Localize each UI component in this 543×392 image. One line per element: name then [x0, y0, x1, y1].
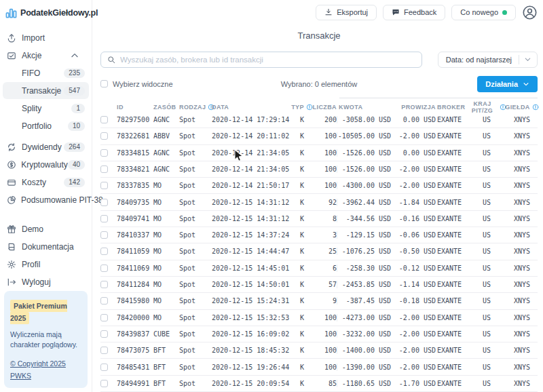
- sidebar-item-dokumentacja[interactable]: Dokumentacja: [3, 238, 89, 255]
- cell-broker: EXANTE: [436, 330, 467, 338]
- table-row[interactable]: 78409735MOSpot2020-12-15 14:31:12K92-396…: [100, 194, 538, 210]
- cell-qty: 100: [312, 364, 337, 371]
- cell-kind: Spot: [179, 248, 212, 255]
- row-checkbox[interactable]: [100, 347, 108, 354]
- cell-typ: K: [292, 248, 312, 255]
- table-row[interactable]: 78411059MOSpot2020-12-15 14:44:47K25-107…: [100, 243, 538, 260]
- actions-button[interactable]: Działania: [477, 76, 538, 92]
- table-row[interactable]: 78420000MOSpot2020-12-15 15:32:53K100-42…: [100, 310, 538, 326]
- cell-asset: MO: [153, 248, 179, 255]
- col-header-date: DATA: [212, 104, 292, 111]
- row-checkbox[interactable]: [100, 149, 108, 157]
- cell-amount: -10505.00 USD: [337, 132, 392, 140]
- sidebar-item-profil[interactable]: Profil: [3, 256, 89, 273]
- row-checkbox[interactable]: [100, 297, 108, 305]
- copyright-link[interactable]: © Copyright 2025 PWKS: [10, 359, 66, 380]
- table-row[interactable]: 78297500AGNCSpot2020-12-14 17:29:14K200-…: [100, 112, 538, 128]
- sidebar-item-koszty[interactable]: Koszty142: [3, 174, 89, 191]
- cell-amount: -4300.00 USD: [337, 182, 392, 189]
- table-row[interactable]: 78485431BFTSpot2020-12-15 19:26:44K100-1…: [100, 359, 538, 375]
- cell-exch: XNYS: [506, 149, 538, 157]
- cell-asset: BFT: [153, 380, 179, 387]
- cell-id: 78494991: [117, 380, 153, 387]
- cell-fee: -0.06 USD: [392, 231, 436, 239]
- stocks-icon: [7, 51, 17, 60]
- sidebar-item-wyloguj[interactable]: Wyloguj: [3, 273, 89, 290]
- sidebar-item-transakcje[interactable]: Transakcje547: [3, 82, 89, 99]
- sidebar-item-portfolio[interactable]: Portfolio10: [3, 117, 89, 134]
- cell-amount: -3962.44 USD: [337, 199, 392, 206]
- row-checkbox[interactable]: [100, 314, 108, 321]
- table-row[interactable]: 78334815AGNCSpot2020-12-14 21:34:05K100-…: [100, 145, 538, 161]
- cell-broker: EXANTE: [436, 347, 467, 354]
- docs-icon: [7, 242, 17, 252]
- table-row[interactable]: 78322681ABBVSpot2020-12-14 20:11:02K100-…: [100, 128, 538, 144]
- row-checkbox[interactable]: [100, 132, 108, 140]
- row-checkbox[interactable]: [100, 182, 108, 189]
- table-row[interactable]: 78334821AGNCSpot2020-12-14 21:34:05K100-…: [100, 161, 538, 178]
- row-checkbox[interactable]: [100, 215, 108, 222]
- sidebar-item-label: Dokumentacja: [22, 242, 85, 252]
- sidebar-item-label: Transakcje: [22, 86, 64, 96]
- brand-name: PodatekGiełdowy.pl: [20, 8, 98, 18]
- row-checkbox[interactable]: [100, 165, 108, 173]
- row-checkbox[interactable]: [100, 199, 108, 206]
- row-checkbox[interactable]: [100, 231, 108, 239]
- sidebar-item-dywidendy[interactable]: Dywidendy264: [3, 138, 89, 155]
- table-row[interactable]: 78439837CUBESpot2020-12-15 16:09:02K100-…: [100, 326, 538, 342]
- table-row[interactable]: 78411069MOSpot2020-12-15 14:45:01K6-258.…: [100, 260, 538, 277]
- table-row[interactable]: 78415980MOSpot2020-12-15 15:24:31K9-387.…: [100, 293, 538, 309]
- cell-typ: K: [292, 297, 312, 305]
- table-row[interactable]: 78337835MOSpot2020-12-14 21:50:17K100-43…: [100, 178, 538, 194]
- cell-id: 78439837: [117, 330, 153, 338]
- table-row[interactable]: 78409741MOSpot2020-12-15 14:31:12K8-344.…: [100, 211, 538, 227]
- sidebar-item-akcje[interactable]: Akcje: [3, 47, 89, 64]
- export-button[interactable]: Eksportuj: [316, 5, 377, 20]
- sidebar-item-import[interactable]: Import: [3, 29, 89, 46]
- feedback-button[interactable]: Feedback: [383, 5, 445, 20]
- sidebar-item-demo[interactable]: Demo: [3, 220, 89, 237]
- cell-broker: EXANTE: [436, 149, 467, 157]
- cell-exch: XNYS: [506, 165, 538, 173]
- row-checkbox[interactable]: [100, 248, 108, 255]
- cell-date: 2020-12-15 14:31:12: [212, 215, 292, 222]
- select-divider: [519, 55, 519, 64]
- cell-exch: XNYS: [506, 215, 538, 222]
- cell-country: US: [467, 314, 506, 321]
- user-avatar-button[interactable]: [522, 5, 538, 20]
- cell-broker: EXANTE: [436, 231, 467, 239]
- logout-icon: [7, 277, 17, 287]
- cell-qty: 100: [312, 330, 337, 338]
- sort-select[interactable]: Data: od najstarszej: [438, 52, 538, 68]
- row-checkbox[interactable]: [100, 116, 108, 123]
- sidebar-item-label: FIFO: [22, 68, 64, 78]
- cell-country: US: [467, 149, 506, 157]
- table-row[interactable]: 78411284MOSpot2020-12-15 14:50:01K57-245…: [100, 277, 538, 293]
- search-input[interactable]: [120, 56, 415, 64]
- cell-qty: 92: [312, 199, 337, 206]
- row-checkbox[interactable]: [100, 364, 108, 371]
- sidebar-nav: ImportAkcjeFIFO235Transakcje547Splity1Po…: [0, 29, 92, 291]
- logo[interactable]: PodatekGiełdowy.pl: [0, 7, 92, 18]
- sidebar-item-kryptowaluty[interactable]: Kryptowaluty40: [3, 156, 89, 173]
- table-row[interactable]: 78494991BFTSpot2020-12-15 20:09:54K85-11…: [100, 376, 538, 392]
- search-box[interactable]: [100, 52, 422, 68]
- cell-typ: K: [292, 330, 312, 338]
- cell-date: 2020-12-14 21:34:05: [212, 149, 292, 157]
- row-checkbox[interactable]: [100, 330, 108, 338]
- table-row[interactable]: 78410337MOSpot2020-12-15 14:37:24K3-129.…: [100, 227, 538, 243]
- row-checkbox[interactable]: [100, 264, 108, 272]
- cell-kind: Spot: [179, 314, 212, 321]
- cell-typ: K: [292, 199, 312, 206]
- row-checkbox[interactable]: [100, 380, 108, 387]
- premium-promo-box: Pakiet Premium 2025 Wyliczenia mają char…: [4, 291, 88, 388]
- table-row[interactable]: 78473075BFTSpot2020-12-15 18:45:32K100-1…: [100, 342, 538, 359]
- cell-date: 2020-12-15 15:24:31: [212, 297, 292, 305]
- sidebar-item-fifo[interactable]: FIFO235: [3, 64, 89, 81]
- cell-kind: Spot: [179, 182, 212, 189]
- sidebar-item-splity[interactable]: Splity1: [3, 100, 89, 117]
- row-checkbox[interactable]: [100, 281, 108, 288]
- whats-new-button[interactable]: Co nowego: [451, 5, 516, 20]
- sidebar-item-pit38[interactable]: Podsumowanie PIT-38: [3, 191, 89, 208]
- cell-exch: XNYS: [506, 248, 538, 255]
